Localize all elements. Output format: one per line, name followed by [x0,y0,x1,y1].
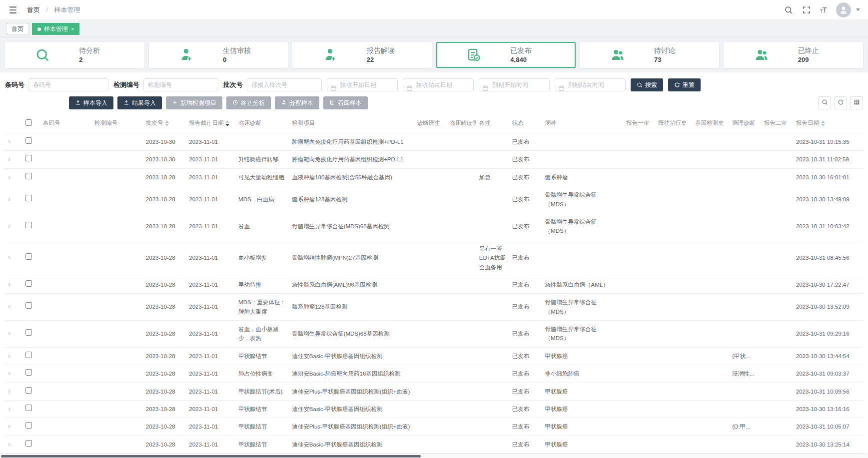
filter-group-barcode: 条码号 [5,78,108,91]
expand-row-icon[interactable]: › [8,280,10,288]
tab-样本管理[interactable]: 样本管理× [32,23,79,35]
status-card-报告解读[interactable]: 报告解读22 [292,42,432,68]
sort-asc-icon[interactable] [165,120,169,123]
sidebar-toggle-icon[interactable] [8,5,18,15]
row-checkbox[interactable] [25,422,32,429]
sort-icon[interactable] [821,120,825,126]
due_end-input[interactable] [555,78,626,91]
cell-check [22,347,40,365]
due_start-input[interactable] [479,78,550,91]
expand-row-icon[interactable]: › [8,440,10,448]
sort-desc-icon[interactable] [165,124,169,126]
status-card-已发布[interactable]: 已发布4,840 [436,42,576,68]
sort-icon[interactable] [165,120,169,126]
cell-report_date: 2023-10-31 10:03:42 [793,213,863,240]
终止分析-button[interactable]: 终止分析 [226,96,271,109]
分配样本-button[interactable]: 分配样本 [275,96,319,109]
cell-review1 [623,186,655,213]
新增检测项目-button[interactable]: 新增检测项目 [166,96,222,109]
cell-barcode [40,321,91,348]
expand-row-icon[interactable]: › [8,137,10,145]
结果导入-button[interactable]: 结果导入 [117,96,162,109]
row-checkbox[interactable] [25,369,32,376]
expand-row-icon[interactable]: › [8,222,10,229]
tool-search-icon[interactable] [818,96,831,109]
content-panel: 条码号检测编号批次号 搜索 重置 样本导入结果导入新增检测项目终止分析分配样本召… [0,72,868,458]
expand-row-icon[interactable]: › [8,422,10,430]
cell-review2 [761,168,793,186]
cell-due_date: 2023-11-01 [186,168,235,186]
fullscreen-icon[interactable] [802,5,811,14]
tool-refresh-icon[interactable] [834,96,847,109]
avatar[interactable] [836,2,851,17]
expand-row-icon[interactable]: › [8,329,10,337]
row-checkbox[interactable] [25,329,32,336]
row-checkbox[interactable] [25,352,32,358]
tool-grid-icon[interactable] [850,96,863,109]
test_no-input[interactable] [143,78,218,91]
action-button-label: 新增检测项目 [180,99,216,107]
horizontal-scrollbar-thumb[interactable] [1,455,421,458]
row-checkbox[interactable] [25,173,32,179]
barcode-input[interactable] [28,78,108,91]
expand-row-icon[interactable]: › [8,405,10,412]
status-card-生信审核[interactable]: 生信审核0 [149,42,288,68]
cell-barcode [40,418,91,436]
cell-history_gene [692,401,729,418]
recv_end-input[interactable] [403,78,474,91]
expand-row-icon[interactable]: › [8,253,10,261]
sort-asc-icon[interactable] [821,120,825,123]
font-size-icon[interactable]: тT [820,6,827,13]
row-checkbox[interactable] [25,280,32,287]
row-checkbox[interactable] [25,405,32,411]
cell-review2 [761,401,793,418]
cell-test_no [91,383,143,400]
select-all-checkbox[interactable] [25,119,32,126]
row-checkbox[interactable] [25,253,32,260]
cell-review1 [623,347,655,365]
样本导入-button[interactable]: 样本导入 [69,96,113,109]
search-button[interactable]: 搜索 [631,78,663,91]
row-checkbox[interactable] [25,137,32,144]
cell-expand: › [5,401,22,418]
cell-expand: › [5,133,22,151]
row-checkbox[interactable] [25,155,32,161]
sort-icon[interactable] [225,120,229,126]
expand-row-icon[interactable]: › [8,369,10,377]
sort-asc-icon[interactable] [225,120,229,123]
horizontal-scrollbar-track[interactable] [0,454,868,458]
tab-close-icon[interactable]: × [71,26,74,32]
recv_start-input[interactable] [327,78,398,91]
召回样本-button[interactable]: 召回样本 [323,96,368,109]
tab-首页[interactable]: 首页 [6,23,29,35]
status-card-待讨论[interactable]: 待讨论73 [580,42,720,68]
expand-row-icon[interactable]: › [8,352,10,359]
breadcrumb-home[interactable]: 首页 [27,6,40,13]
row-checkbox[interactable] [25,387,32,394]
row-checkbox[interactable] [25,195,32,201]
cell-path_dx [729,168,761,186]
cell-path_dx [729,276,761,293]
sort-desc-icon[interactable] [225,124,229,126]
status-card-待分析[interactable]: 待分析2 [5,42,144,68]
cell-history_gene [692,276,729,293]
status-card-count: 2 [79,56,114,63]
col-header-review2: 报告二审 [761,113,793,133]
expand-row-icon[interactable]: › [8,302,10,310]
cell-interp_doctor [446,133,476,151]
reset-button[interactable]: 重置 [668,78,701,91]
cell-report_date: 2023-10-30 13:52:09 [793,294,863,321]
search-icon[interactable] [784,5,793,14]
row-checkbox[interactable] [25,302,32,309]
row-checkbox[interactable] [25,222,32,228]
expand-row-icon[interactable]: › [8,173,10,180]
sort-desc-icon[interactable] [821,124,825,126]
row-checkbox[interactable] [25,440,32,447]
status-card-已终止[interactable]: 已终止209 [724,42,863,68]
batch_no-input[interactable] [247,78,322,91]
cell-project: 迪佳安Basic-甲状腺癌基因组织检测 [289,347,414,365]
expand-row-icon[interactable]: › [8,155,10,162]
expand-row-icon[interactable]: › [8,195,10,202]
expand-row-icon[interactable]: › [8,387,10,395]
caret-down-icon[interactable] [856,8,860,11]
